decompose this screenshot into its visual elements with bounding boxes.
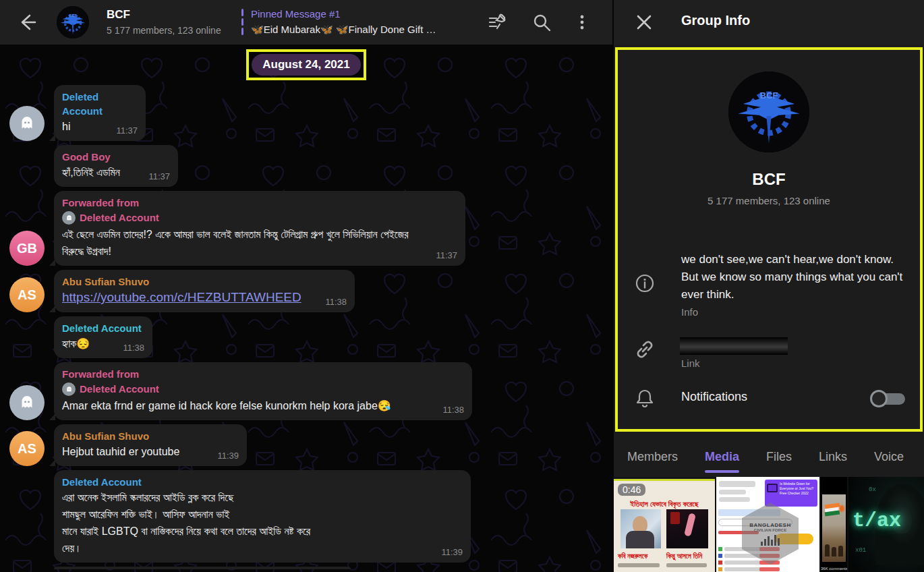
- message-author[interactable]: Deleted Account: [62, 90, 138, 118]
- tab-links[interactable]: Links: [819, 442, 847, 474]
- bell-icon: [634, 387, 656, 409]
- avatar-initials[interactable]: AS: [9, 277, 45, 312]
- panel-title: Group Info: [681, 13, 750, 28]
- message-bubble[interactable]: Forwarded from Deleted AccountAmar ekta …: [54, 362, 472, 420]
- ghost-icon: [62, 382, 76, 396]
- message-author[interactable]: Abu Sufian Shuvo: [62, 429, 239, 443]
- message-bubble[interactable]: Deleted Accountএরা অনেক ইসলামি স্কলারদের…: [54, 470, 471, 563]
- message-time: 11:37: [116, 125, 138, 136]
- thumb1-caption-right: কিন্তু আসলে তিনি: [666, 552, 702, 561]
- pinned-list-icon[interactable]: [487, 12, 507, 32]
- message-link[interactable]: https://youtube.com/c/HEZBUTTAWHEED: [62, 290, 301, 304]
- thumb4-code-text: t/ax: [853, 509, 901, 532]
- message-author[interactable]: Good Boy: [62, 150, 170, 164]
- pinned-message-preview[interactable]: 🦋Eid Mubarak🦋 🦋Finally Done Gift …: [251, 24, 460, 36]
- chat-title[interactable]: BCF: [107, 8, 130, 22]
- message-row: Forwarded from Deleted AccountAmar ekta …: [54, 362, 472, 420]
- message-text: https://youtube.com/c/HEZBUTTAWHEED: [62, 289, 347, 306]
- avatar-ghost[interactable]: [9, 385, 45, 420]
- message-bubble[interactable]: Abu Sufian ShuvoHejbut tauhid er youtube…: [54, 424, 247, 466]
- search-icon[interactable]: [531, 12, 552, 32]
- close-icon[interactable]: [635, 13, 653, 31]
- message-time: 11:38: [123, 343, 144, 353]
- ghost-icon: [62, 211, 76, 225]
- thumb1-photo-speaker: [620, 509, 661, 548]
- message-row: Deleted Accountহ্যাক😔11:38: [54, 316, 152, 358]
- thumb3-caption: 36K comments: [821, 565, 847, 572]
- back-button[interactable]: [16, 11, 38, 33]
- message-row: Good Boyহ্যাঁ,তিনিই এডমিন11:37: [54, 145, 178, 187]
- chat-column: August 24, 2021 Deleted Accounthi11:37Go…: [0, 0, 612, 572]
- forwarded-from[interactable]: Deleted Account: [62, 210, 457, 226]
- svg-text:BCF: BCF: [759, 90, 778, 101]
- group-link-redacted[interactable]: [680, 337, 788, 355]
- message-text: Amar ekta frnd er game id hack kore fels…: [62, 397, 464, 414]
- thumb1-caption-left: কবি নজরুলকে: [618, 552, 647, 561]
- panel-header: Group Info: [614, 0, 924, 45]
- message-text: এরা অনেক ইসলামি স্কলারদের আইডি ব্লক করে …: [62, 489, 463, 556]
- next-message-sliver: [54, 567, 351, 569]
- media-thumbnail-website[interactable]: Is Website Down for Everyone or Just You…: [716, 477, 819, 572]
- message-time: 11:39: [441, 547, 463, 558]
- message-bubble[interactable]: Abu Sufian Shuvohttps://youtube.com/c/HE…: [54, 270, 355, 312]
- media-thumbnail-flag-painting[interactable]: 36K comments: [821, 477, 847, 572]
- chat-body: August 24, 2021 Deleted Accounthi11:37Go…: [0, 45, 612, 572]
- message-bubble[interactable]: Deleted Accountহ্যাক😔11:38: [54, 316, 152, 358]
- date-badge[interactable]: August 24, 2021: [252, 54, 360, 76]
- link-icon: [634, 339, 656, 360]
- notifications-label: Notifications: [681, 390, 747, 404]
- media-grid: ইতিহাস যেভাবে বিকৃত করেছে কবি নজরুলকে কি…: [614, 477, 924, 572]
- message-row: Deleted Accountএরা অনেক ইসলামি স্কলারদের…: [54, 470, 471, 563]
- telegram-app: August 24, 2021 Deleted Accounthi11:37Go…: [0, 0, 924, 572]
- message-bubble[interactable]: Good Boyহ্যাঁ,তিনিই এডমিন11:37: [54, 145, 178, 187]
- pinned-divider: [241, 9, 243, 37]
- group-member-count: 5 177 members, 123 online: [614, 195, 924, 206]
- pinned-message-title[interactable]: Pinned Message #1: [251, 8, 341, 20]
- kebab-menu-icon[interactable]: [572, 12, 592, 32]
- media-thumbnail-hacker[interactable]: t/ax x010x: [848, 477, 924, 572]
- message-stream: August 24, 2021 Deleted Accounthi11:37Go…: [0, 45, 612, 569]
- tab-media[interactable]: Media: [705, 442, 739, 474]
- group-avatar-small[interactable]: BCF: [57, 6, 89, 38]
- forwarded-from[interactable]: Deleted Account: [62, 381, 464, 397]
- avatar-initials[interactable]: GB: [9, 231, 45, 266]
- message-time: 11:37: [436, 250, 457, 261]
- avatar-ghost[interactable]: [9, 106, 45, 141]
- info-tabs: MembersMediaFilesLinksVoice: [614, 442, 924, 474]
- message-author[interactable]: Deleted Account: [62, 321, 144, 335]
- info-label: Info: [681, 306, 698, 318]
- link-label: Link: [681, 358, 700, 369]
- tab-voice[interactable]: Voice: [874, 442, 904, 474]
- group-avatar-large[interactable]: BCF: [728, 72, 809, 152]
- chat-header: BCF BCF 5 177 members, 123 online Pinned…: [0, 0, 612, 45]
- forwarded-label: Forwarded from: [62, 196, 457, 210]
- message-time: 11:38: [325, 297, 347, 308]
- thumb1-photo-fist: [666, 509, 708, 548]
- group-name: BCF: [614, 170, 924, 189]
- svg-text:BCF: BCF: [69, 13, 78, 18]
- thumb1-headline: ইতিহাস যেভাবে বিকৃত করেছে: [614, 500, 715, 509]
- annotation-highlight-box: August 24, 2021: [246, 49, 366, 80]
- message-author[interactable]: Deleted Account: [62, 475, 463, 489]
- video-duration-badge: 0:46: [618, 484, 645, 496]
- message-author[interactable]: Abu Sufian Shuvo: [62, 275, 347, 289]
- media-thumbnail-video[interactable]: ইতিহাস যেভাবে বিকৃত করেছে কবি নজরুলকে কি…: [614, 477, 715, 572]
- message-row: Abu Sufian ShuvoHejbut tauhid er youtube…: [54, 424, 247, 466]
- tab-members[interactable]: Members: [627, 442, 678, 474]
- message-text: এই ছেলে এডমিন তাদের!? একে আমরা ভাল বলেই …: [62, 226, 457, 260]
- group-info-panel: Group Info BCF BCF 5 177 members, 123 on…: [614, 0, 924, 572]
- message-time: 11:37: [148, 171, 170, 182]
- message-text: Hejbut tauhid er youtube: [62, 443, 239, 460]
- date-row: August 24, 2021: [0, 49, 612, 80]
- message-row: Forwarded from Deleted Accountএই ছেলে এড…: [54, 191, 465, 266]
- forwarded-label: Forwarded from: [62, 367, 464, 381]
- group-description[interactable]: we don't see,we can't hear,we don't know…: [681, 251, 907, 304]
- avatar-initials[interactable]: AS: [9, 431, 45, 466]
- message-bubble[interactable]: Deleted Accounthi11:37: [54, 85, 146, 141]
- tab-files[interactable]: Files: [766, 442, 792, 474]
- notifications-toggle[interactable]: [870, 390, 905, 407]
- message-bubble[interactable]: Forwarded from Deleted Accountএই ছেলে এড…: [54, 191, 465, 266]
- message-time: 11:38: [442, 405, 464, 416]
- message-row: Deleted Accounthi11:37: [54, 85, 146, 141]
- message-time: 11:39: [217, 451, 239, 461]
